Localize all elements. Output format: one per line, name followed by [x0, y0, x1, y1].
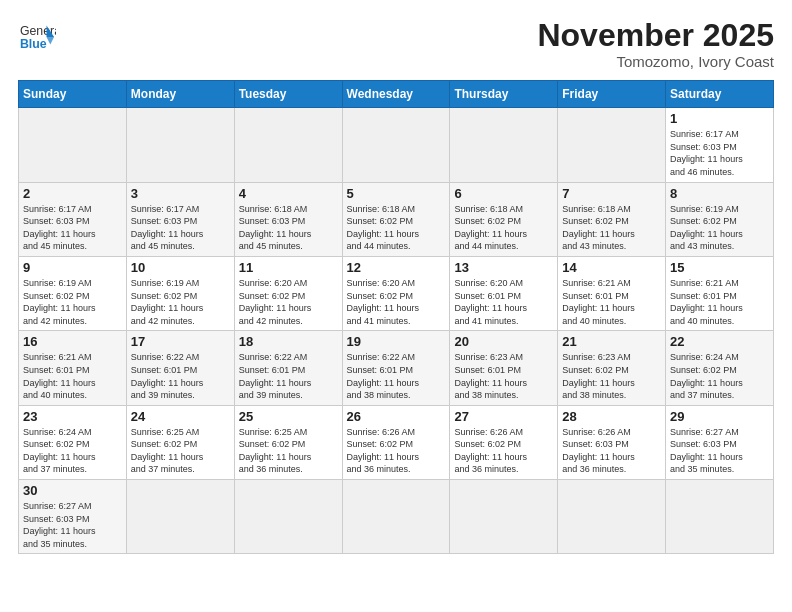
header: General Blue November 2025 Tomozomo, Ivo…	[18, 18, 774, 70]
table-row: 3Sunrise: 6:17 AM Sunset: 6:03 PM Daylig…	[126, 182, 234, 256]
day-info: Sunrise: 6:27 AM Sunset: 6:03 PM Dayligh…	[670, 426, 769, 476]
calendar-week-row: 2Sunrise: 6:17 AM Sunset: 6:03 PM Daylig…	[19, 182, 774, 256]
day-info: Sunrise: 6:17 AM Sunset: 6:03 PM Dayligh…	[23, 203, 122, 253]
table-row: 18Sunrise: 6:22 AM Sunset: 6:01 PM Dayli…	[234, 331, 342, 405]
header-friday: Friday	[558, 81, 666, 108]
table-row: 15Sunrise: 6:21 AM Sunset: 6:01 PM Dayli…	[666, 256, 774, 330]
day-number: 4	[239, 186, 338, 201]
table-row: 21Sunrise: 6:23 AM Sunset: 6:02 PM Dayli…	[558, 331, 666, 405]
header-monday: Monday	[126, 81, 234, 108]
table-row: 22Sunrise: 6:24 AM Sunset: 6:02 PM Dayli…	[666, 331, 774, 405]
header-sunday: Sunday	[19, 81, 127, 108]
day-info: Sunrise: 6:22 AM Sunset: 6:01 PM Dayligh…	[239, 351, 338, 401]
calendar-week-row: 30Sunrise: 6:27 AM Sunset: 6:03 PM Dayli…	[19, 480, 774, 554]
day-number: 19	[347, 334, 446, 349]
day-number: 20	[454, 334, 553, 349]
day-number: 11	[239, 260, 338, 275]
table-row: 13Sunrise: 6:20 AM Sunset: 6:01 PM Dayli…	[450, 256, 558, 330]
day-info: Sunrise: 6:22 AM Sunset: 6:01 PM Dayligh…	[347, 351, 446, 401]
table-row: 19Sunrise: 6:22 AM Sunset: 6:01 PM Dayli…	[342, 331, 450, 405]
table-row: 20Sunrise: 6:23 AM Sunset: 6:01 PM Dayli…	[450, 331, 558, 405]
table-row	[558, 108, 666, 182]
table-row: 2Sunrise: 6:17 AM Sunset: 6:03 PM Daylig…	[19, 182, 127, 256]
table-row: 7Sunrise: 6:18 AM Sunset: 6:02 PM Daylig…	[558, 182, 666, 256]
table-row: 26Sunrise: 6:26 AM Sunset: 6:02 PM Dayli…	[342, 405, 450, 479]
table-row: 29Sunrise: 6:27 AM Sunset: 6:03 PM Dayli…	[666, 405, 774, 479]
month-title: November 2025	[537, 18, 774, 53]
day-number: 29	[670, 409, 769, 424]
day-info: Sunrise: 6:27 AM Sunset: 6:03 PM Dayligh…	[23, 500, 122, 550]
day-number: 3	[131, 186, 230, 201]
day-number: 9	[23, 260, 122, 275]
day-info: Sunrise: 6:19 AM Sunset: 6:02 PM Dayligh…	[131, 277, 230, 327]
generalblue-logo-icon: General Blue	[18, 18, 56, 56]
table-row: 25Sunrise: 6:25 AM Sunset: 6:02 PM Dayli…	[234, 405, 342, 479]
table-row: 28Sunrise: 6:26 AM Sunset: 6:03 PM Dayli…	[558, 405, 666, 479]
svg-text:Blue: Blue	[20, 37, 47, 51]
day-info: Sunrise: 6:18 AM Sunset: 6:02 PM Dayligh…	[454, 203, 553, 253]
table-row	[450, 480, 558, 554]
day-info: Sunrise: 6:19 AM Sunset: 6:02 PM Dayligh…	[23, 277, 122, 327]
day-number: 1	[670, 111, 769, 126]
table-row	[234, 480, 342, 554]
day-number: 30	[23, 483, 122, 498]
table-row: 4Sunrise: 6:18 AM Sunset: 6:03 PM Daylig…	[234, 182, 342, 256]
table-row: 16Sunrise: 6:21 AM Sunset: 6:01 PM Dayli…	[19, 331, 127, 405]
table-row: 8Sunrise: 6:19 AM Sunset: 6:02 PM Daylig…	[666, 182, 774, 256]
table-row	[450, 108, 558, 182]
day-number: 10	[131, 260, 230, 275]
table-row	[234, 108, 342, 182]
day-number: 28	[562, 409, 661, 424]
day-number: 5	[347, 186, 446, 201]
day-info: Sunrise: 6:25 AM Sunset: 6:02 PM Dayligh…	[239, 426, 338, 476]
table-row	[126, 480, 234, 554]
day-number: 15	[670, 260, 769, 275]
table-row	[666, 480, 774, 554]
day-info: Sunrise: 6:23 AM Sunset: 6:01 PM Dayligh…	[454, 351, 553, 401]
table-row: 27Sunrise: 6:26 AM Sunset: 6:02 PM Dayli…	[450, 405, 558, 479]
table-row	[558, 480, 666, 554]
logo: General Blue	[18, 18, 56, 56]
table-row: 17Sunrise: 6:22 AM Sunset: 6:01 PM Dayli…	[126, 331, 234, 405]
day-info: Sunrise: 6:23 AM Sunset: 6:02 PM Dayligh…	[562, 351, 661, 401]
day-info: Sunrise: 6:17 AM Sunset: 6:03 PM Dayligh…	[670, 128, 769, 178]
day-number: 7	[562, 186, 661, 201]
header-tuesday: Tuesday	[234, 81, 342, 108]
day-info: Sunrise: 6:21 AM Sunset: 6:01 PM Dayligh…	[23, 351, 122, 401]
title-block: November 2025 Tomozomo, Ivory Coast	[537, 18, 774, 70]
location-title: Tomozomo, Ivory Coast	[537, 53, 774, 70]
table-row: 12Sunrise: 6:20 AM Sunset: 6:02 PM Dayli…	[342, 256, 450, 330]
calendar-week-row: 23Sunrise: 6:24 AM Sunset: 6:02 PM Dayli…	[19, 405, 774, 479]
day-number: 21	[562, 334, 661, 349]
table-row	[342, 480, 450, 554]
svg-marker-3	[47, 37, 55, 45]
day-number: 22	[670, 334, 769, 349]
day-info: Sunrise: 6:20 AM Sunset: 6:02 PM Dayligh…	[347, 277, 446, 327]
day-number: 14	[562, 260, 661, 275]
day-number: 16	[23, 334, 122, 349]
day-number: 26	[347, 409, 446, 424]
day-info: Sunrise: 6:24 AM Sunset: 6:02 PM Dayligh…	[670, 351, 769, 401]
day-info: Sunrise: 6:22 AM Sunset: 6:01 PM Dayligh…	[131, 351, 230, 401]
table-row: 1Sunrise: 6:17 AM Sunset: 6:03 PM Daylig…	[666, 108, 774, 182]
table-row: 10Sunrise: 6:19 AM Sunset: 6:02 PM Dayli…	[126, 256, 234, 330]
table-row: 5Sunrise: 6:18 AM Sunset: 6:02 PM Daylig…	[342, 182, 450, 256]
day-number: 17	[131, 334, 230, 349]
table-row: 30Sunrise: 6:27 AM Sunset: 6:03 PM Dayli…	[19, 480, 127, 554]
day-number: 23	[23, 409, 122, 424]
day-info: Sunrise: 6:20 AM Sunset: 6:01 PM Dayligh…	[454, 277, 553, 327]
day-number: 13	[454, 260, 553, 275]
table-row: 14Sunrise: 6:21 AM Sunset: 6:01 PM Dayli…	[558, 256, 666, 330]
day-info: Sunrise: 6:24 AM Sunset: 6:02 PM Dayligh…	[23, 426, 122, 476]
table-row: 9Sunrise: 6:19 AM Sunset: 6:02 PM Daylig…	[19, 256, 127, 330]
day-info: Sunrise: 6:26 AM Sunset: 6:02 PM Dayligh…	[454, 426, 553, 476]
day-info: Sunrise: 6:25 AM Sunset: 6:02 PM Dayligh…	[131, 426, 230, 476]
table-row	[19, 108, 127, 182]
calendar-page: General Blue November 2025 Tomozomo, Ivo…	[0, 0, 792, 612]
day-number: 27	[454, 409, 553, 424]
table-row: 23Sunrise: 6:24 AM Sunset: 6:02 PM Dayli…	[19, 405, 127, 479]
day-number: 25	[239, 409, 338, 424]
day-info: Sunrise: 6:26 AM Sunset: 6:02 PM Dayligh…	[347, 426, 446, 476]
day-info: Sunrise: 6:18 AM Sunset: 6:02 PM Dayligh…	[562, 203, 661, 253]
calendar-table: Sunday Monday Tuesday Wednesday Thursday…	[18, 80, 774, 554]
